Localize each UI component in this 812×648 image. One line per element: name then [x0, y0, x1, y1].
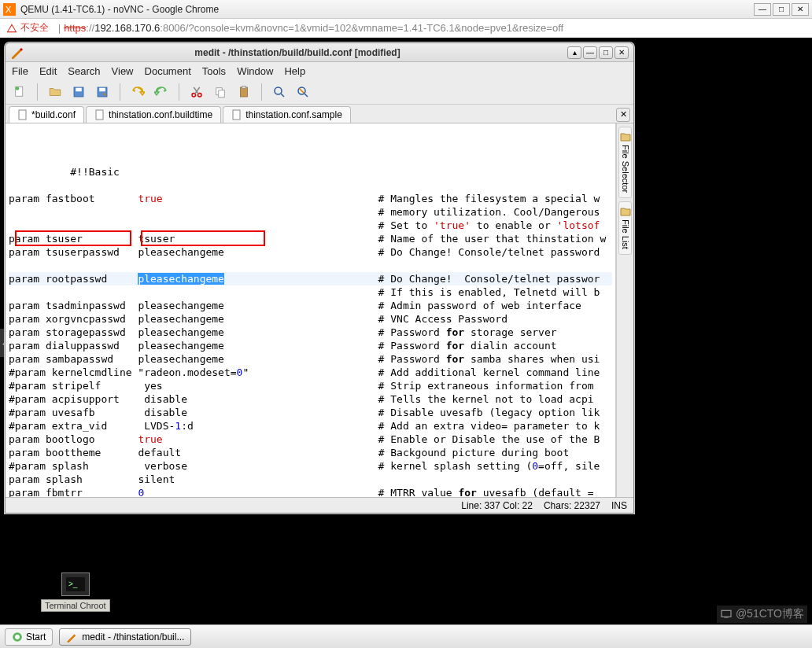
chrome-window: X QEMU (1.41-TC6.1) - noVNC - Google Chr… [0, 0, 812, 648]
medit-minimize-button[interactable]: — [583, 46, 597, 59]
menu-window[interactable]: Window [237, 65, 273, 77]
open-button[interactable] [46, 83, 65, 101]
chrome-title: QEMU (1.41-TC6.1) - noVNC - Google Chrom… [20, 4, 754, 15]
menu-file[interactable]: File [12, 65, 28, 77]
tabs-row: *build.conf thinstation.conf.buildtime t… [6, 105, 633, 123]
menu-view[interactable]: View [112, 65, 134, 77]
find-button[interactable] [270, 83, 289, 101]
close-button[interactable]: ✕ [792, 3, 809, 16]
menu-search[interactable]: Search [68, 65, 100, 77]
task-medit[interactable]: medit - /thinstation/buil... [59, 628, 191, 646]
minimize-button[interactable]: — [754, 3, 771, 16]
svg-rect-16 [19, 110, 26, 120]
task-label: medit - /thinstation/buil... [82, 631, 184, 642]
save-as-button[interactable] [93, 83, 112, 101]
taskbar: Start medit - /thinstation/buil... [0, 624, 812, 648]
menu-help[interactable]: Help [284, 65, 305, 77]
svg-text:X: X [6, 5, 12, 14]
menu-edit[interactable]: Edit [39, 65, 57, 77]
url-separator: | [58, 23, 61, 34]
svg-rect-18 [233, 110, 240, 120]
document-icon [17, 109, 28, 120]
undo-button[interactable] [128, 83, 147, 101]
maximize-button[interactable]: □ [773, 3, 790, 16]
file-list-panel[interactable]: File List [618, 201, 632, 255]
svg-rect-21 [722, 610, 731, 617]
tab-label: thinstation.conf.sample [245, 109, 342, 120]
svg-rect-5 [76, 87, 82, 91]
svg-rect-13 [242, 86, 246, 88]
tab-build-conf[interactable]: *build.conf [9, 106, 84, 123]
copy-button[interactable] [211, 83, 230, 101]
tab-label: *build.conf [31, 109, 76, 120]
paste-button[interactable] [234, 83, 253, 101]
menubar: File Edit Search View Document Tools Win… [6, 62, 633, 79]
tab-sample[interactable]: thinstation.conf.sample [223, 106, 351, 123]
medit-titlebar[interactable]: medit - /thinstation/build/build.conf [m… [6, 43, 633, 62]
tab-close-button[interactable]: ✕ [616, 108, 630, 122]
editor-area[interactable]: #!!Basic param fastboot true # Mangles t… [6, 123, 616, 497]
toolbar-separator [179, 83, 179, 101]
insecure-warning: 不安全 [6, 21, 49, 35]
file-selector-panel[interactable]: File Selector [618, 127, 632, 198]
medit-title: medit - /thinstation/build/build.conf [m… [28, 47, 567, 58]
tab-buildtime[interactable]: thinstation.conf.buildtime [86, 106, 221, 123]
start-button[interactable]: Start [5, 628, 53, 646]
svg-rect-11 [219, 90, 225, 97]
toolbar-separator [261, 83, 262, 101]
cut-button[interactable] [187, 83, 206, 101]
medit-close-button[interactable]: ✕ [615, 46, 629, 59]
medit-window: medit - /thinstation/build/build.conf [m… [5, 42, 634, 514]
watermark: @51CTO博客 [717, 606, 807, 623]
document-icon [94, 109, 105, 120]
svg-rect-7 [99, 87, 105, 91]
svg-point-3 [16, 87, 20, 90]
medit-window-controls: ▴ — □ ✕ [567, 46, 629, 59]
desktop-icon-label: Terminal Chroot [41, 599, 110, 612]
svg-rect-17 [96, 110, 103, 120]
svg-rect-22 [724, 617, 728, 617]
statusbar: Line: 337 Col: 22 Chars: 22327 INS [6, 497, 633, 513]
medit-maximize-button[interactable]: □ [599, 46, 613, 59]
insecure-label: 不安全 [20, 21, 49, 35]
qemu-icon: X [3, 3, 16, 16]
document-icon [231, 109, 242, 120]
save-button[interactable] [69, 83, 88, 101]
remote-desktop: ◂ medit - /thinstation/build/build.conf … [0, 38, 812, 648]
url-text: https://192.168.170.6:8006/?console=kvm&… [64, 22, 563, 34]
vnc-viewport[interactable]: ◂ medit - /thinstation/build/build.conf … [0, 38, 812, 648]
terminal-icon: >_ [61, 573, 90, 596]
toolbar-separator [37, 83, 38, 101]
toolbar-separator [120, 83, 120, 101]
chrome-titlebar[interactable]: X QEMU (1.41-TC6.1) - noVNC - Google Chr… [0, 0, 812, 19]
address-bar[interactable]: 不安全 | https://192.168.170.6:8006/?consol… [0, 19, 812, 38]
desktop-icon-terminal[interactable]: >_ Terminal Chroot [41, 573, 110, 612]
menu-document[interactable]: Document [145, 65, 191, 77]
status-position: Line: 337 Col: 22 [461, 500, 533, 511]
medit-icon [10, 46, 23, 59]
menu-tools[interactable]: Tools [202, 65, 226, 77]
start-label: Start [26, 631, 46, 642]
chrome-window-controls: — □ ✕ [754, 3, 809, 16]
redo-button[interactable] [152, 83, 171, 101]
find-replace-button[interactable] [293, 83, 312, 101]
svg-point-24 [15, 635, 20, 639]
status-ins: INS [611, 500, 627, 511]
svg-point-14 [275, 87, 282, 94]
tab-label: thinstation.conf.buildtime [109, 109, 212, 120]
svg-text:>_: >_ [68, 580, 78, 588]
medit-shade-button[interactable]: ▴ [567, 46, 581, 59]
side-panels: File Selector File List [616, 123, 633, 497]
new-button[interactable] [10, 83, 29, 101]
toolbar [6, 79, 633, 105]
status-chars: Chars: 22327 [544, 500, 600, 511]
